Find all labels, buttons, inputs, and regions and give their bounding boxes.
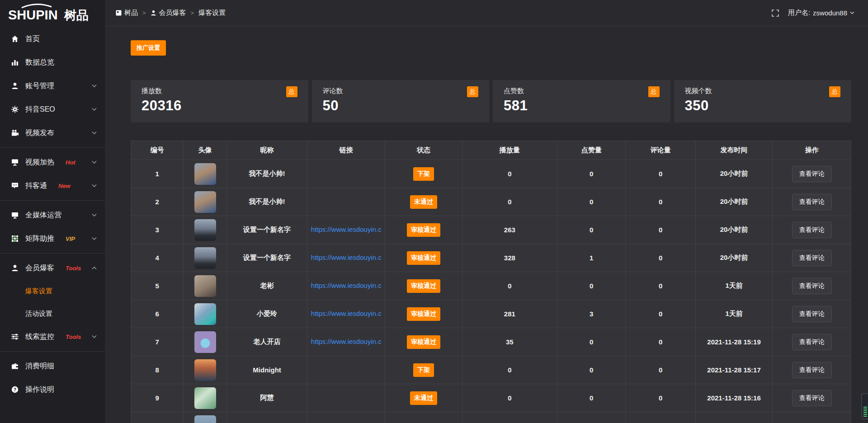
table-header-row: 编号 头像 昵称 链接 状态 播放量 点赞量 评论量 发布时间 操作 bbox=[131, 141, 851, 160]
breadcrumb-item-home[interactable]: 树品 bbox=[116, 9, 138, 17]
view-comments-button[interactable]: 查看评论 bbox=[792, 390, 832, 406]
dashboard-icon bbox=[116, 10, 122, 16]
avatar bbox=[194, 275, 216, 297]
sidebar-item-member-baoke[interactable]: 会员爆客 Tools bbox=[0, 256, 105, 280]
video-link[interactable]: https://www.iesdouyin.c bbox=[311, 282, 382, 289]
sidebar-item-home[interactable]: 首页 bbox=[0, 27, 105, 51]
avatar bbox=[194, 219, 216, 241]
floating-widget[interactable] bbox=[861, 393, 868, 419]
sidebar-item-label: 操作说明 bbox=[25, 385, 54, 395]
status-badge: 未通过 bbox=[410, 391, 437, 405]
sidebar-item-doketong[interactable]: 抖客通 New bbox=[0, 174, 105, 197]
avatar bbox=[194, 303, 216, 325]
stat-label: 评论数 bbox=[323, 87, 479, 95]
col-comments: 评论量 bbox=[626, 141, 696, 160]
table-row: 1 我不是小帅! 下架 0 0 0 20小时前 查看评论 bbox=[131, 160, 851, 188]
sidebar-subitem-activity-settings[interactable]: 活动设置 bbox=[0, 302, 105, 325]
sidebar-item-video-publish[interactable]: 视频发布 bbox=[0, 121, 105, 145]
col-status: 状态 bbox=[385, 141, 462, 160]
menu-divider bbox=[0, 351, 105, 352]
sidebar-item-label: 会员爆客 bbox=[25, 263, 54, 273]
status-badge: 下架 bbox=[413, 167, 434, 181]
new-badge: New bbox=[58, 183, 71, 189]
breadcrumb-item-member-baoke[interactable]: 会员爆客 bbox=[151, 9, 186, 17]
sidebar-menu: 首页 数据总览 账号管理 抖音SEO bbox=[0, 26, 105, 401]
table-row: 7 老人开店 https://www.iesdouyin.c 审核通过 35 0… bbox=[131, 328, 851, 356]
view-comments-button[interactable]: 查看评论 bbox=[792, 194, 832, 210]
video-camera-icon bbox=[11, 129, 19, 136]
stat-card-plays: 播放数 20316 总 bbox=[131, 80, 308, 122]
chat-bubble-icon bbox=[11, 182, 19, 189]
video-link[interactable]: https://www.iesdouyin.c bbox=[311, 226, 382, 233]
topbar-right: 用户名: zswodun88 bbox=[772, 9, 854, 17]
stat-value: 20316 bbox=[142, 98, 297, 114]
total-badge: 总 bbox=[829, 86, 840, 97]
screen-broadcast-icon bbox=[11, 159, 19, 166]
sidebar-item-lead-monitoring[interactable]: 线索监控 Tools bbox=[0, 325, 105, 348]
col-avatar: 头像 bbox=[184, 141, 227, 160]
table-row-partial bbox=[131, 412, 851, 423]
sidebar-item-label: 首页 bbox=[25, 34, 40, 44]
table-row: 6 小爱玲 https://www.iesdouyin.c 审核通过 281 3… bbox=[131, 300, 851, 328]
sidebar-item-all-media-operation[interactable]: 全媒体运营 bbox=[0, 203, 105, 227]
stat-cards: 播放数 20316 总 评论数 50 总 点赞数 581 总 视频个数 350 … bbox=[131, 80, 851, 122]
breadcrumb: 树品 > 会员爆客 > 爆客设置 bbox=[116, 9, 226, 17]
chevron-down-icon bbox=[92, 213, 97, 217]
status-badge: 下架 bbox=[413, 363, 434, 377]
avatar bbox=[194, 247, 216, 269]
sidebar-item-video-heating[interactable]: 视频加热 Hot bbox=[0, 150, 105, 174]
sidebar-subitem-baoke-settings[interactable]: 爆客设置 bbox=[0, 280, 105, 302]
view-comments-button[interactable]: 查看评论 bbox=[792, 250, 832, 266]
sidebar-item-label: 账号管理 bbox=[25, 81, 54, 91]
col-publish-time: 发布时间 bbox=[695, 141, 772, 160]
user-icon bbox=[11, 264, 19, 272]
username-value: zswodun88 bbox=[813, 9, 847, 17]
col-plays: 播放量 bbox=[462, 141, 557, 160]
status-badge: 审核通过 bbox=[407, 335, 440, 349]
col-link: 链接 bbox=[307, 141, 385, 160]
stat-card-likes: 点赞数 581 总 bbox=[493, 80, 670, 122]
chevron-down-icon bbox=[92, 108, 97, 111]
logo-text-cn: 树品 bbox=[64, 9, 89, 22]
sidebar-item-operation-guide[interactable]: ? 操作说明 bbox=[0, 378, 105, 401]
chevron-down-icon bbox=[850, 11, 854, 14]
sidebar-item-matrix-boost[interactable]: 矩阵助推 VIP bbox=[0, 227, 105, 250]
col-actions: 操作 bbox=[773, 141, 851, 160]
status-badge: 未通过 bbox=[410, 195, 437, 209]
status-badge: 审核通过 bbox=[407, 307, 440, 321]
video-link[interactable]: https://www.iesdouyin.c bbox=[311, 310, 382, 317]
sidebar-item-consumption-details[interactable]: 消费明细 bbox=[0, 354, 105, 378]
stat-value: 350 bbox=[685, 98, 841, 114]
table-row: 2 我不是小帅! 未通过 0 0 0 20小时前 查看评论 bbox=[131, 188, 851, 216]
table-row: 5 老彬 https://www.iesdouyin.c 审核通过 0 0 0 … bbox=[131, 272, 851, 300]
status-badge: 审核通过 bbox=[407, 223, 440, 237]
promotion-settings-button[interactable]: 推广设置 bbox=[131, 40, 166, 56]
view-comments-button[interactable]: 查看评论 bbox=[792, 222, 832, 238]
user-menu[interactable]: 用户名: zswodun88 bbox=[788, 9, 854, 17]
main-area: 树品 > 会员爆客 > 爆客设置 用户名: zswodun88 推广设置 bbox=[105, 0, 868, 423]
sidebar-item-label: 线索监控 bbox=[25, 332, 54, 342]
avatar bbox=[194, 359, 216, 381]
tools-badge: Tools bbox=[66, 334, 81, 340]
view-comments-button[interactable]: 查看评论 bbox=[792, 278, 832, 294]
sidebar-item-label: 数据总览 bbox=[25, 58, 54, 67]
stat-value: 50 bbox=[323, 98, 479, 114]
breadcrumb-separator: > bbox=[191, 9, 194, 16]
sidebar-item-account-management[interactable]: 账号管理 bbox=[0, 74, 105, 98]
stat-label: 视频个数 bbox=[685, 87, 841, 95]
video-link[interactable]: https://www.iesdouyin.c bbox=[311, 338, 382, 345]
view-comments-button[interactable]: 查看评论 bbox=[792, 334, 832, 350]
monitor-icon bbox=[11, 212, 19, 219]
view-comments-button[interactable]: 查看评论 bbox=[792, 306, 832, 322]
sidebar-item-douyin-seo[interactable]: 抖音SEO bbox=[0, 98, 105, 121]
stat-card-comments: 评论数 50 总 bbox=[312, 80, 490, 122]
sidebar-item-data-overview[interactable]: 数据总览 bbox=[0, 51, 105, 74]
video-link[interactable]: https://www.iesdouyin.c bbox=[311, 254, 382, 261]
tools-badge: Tools bbox=[66, 265, 81, 272]
sidebar-item-label: 视频加热 bbox=[25, 158, 54, 167]
view-comments-button[interactable]: 查看评论 bbox=[792, 166, 832, 182]
chevron-down-icon bbox=[92, 335, 97, 338]
view-comments-button[interactable]: 查看评论 bbox=[792, 362, 832, 378]
fullscreen-icon[interactable] bbox=[772, 9, 779, 17]
sliders-icon bbox=[11, 333, 19, 340]
